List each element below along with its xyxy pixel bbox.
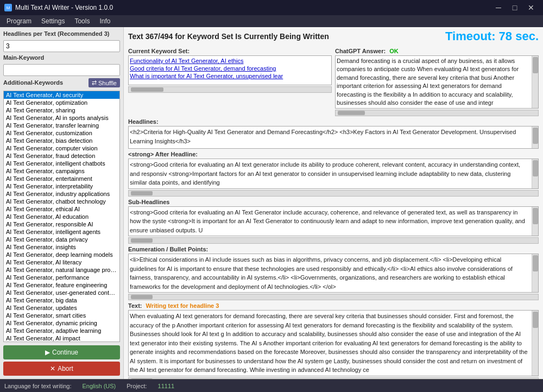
after-headline-section: <strong> After Headline: <strong>Good cr… [128, 151, 539, 197]
text-hscroll[interactable] [128, 377, 539, 379]
keyword-item[interactable]: AI Text Generator, user-generated conten… [4, 289, 119, 296]
keyword-item[interactable]: AI Text Generator, intelligent chatbots [4, 160, 119, 167]
top-row: Current Keyword Set: Functionality of AI… [128, 48, 539, 116]
keyword-item[interactable]: AI Text Generator, AI literacy [4, 258, 119, 266]
main-title: Text 367/494 for Keyword Set Is Currentl… [128, 32, 329, 41]
chatgpt-vscroll[interactable] [532, 56, 538, 108]
keyword-item[interactable]: AI Text Generator, performance [4, 274, 119, 281]
minimize-button[interactable]: ─ [491, 0, 506, 15]
menu-program[interactable]: Program [2, 16, 36, 26]
keyword-item[interactable]: AI Text Generator, transfer learning [4, 122, 119, 129]
chatgpt-answer-block: ChatGPT Answer: OK Demand forecasting is… [335, 48, 539, 116]
keyword-item[interactable]: AI Text Generator, insights [4, 243, 119, 251]
abort-label: Abort [58, 365, 73, 372]
keyword-item[interactable]: AI Text Generator, computer vision [4, 144, 119, 152]
timeout-display: Timeout: 78 sec. [445, 29, 539, 43]
headlines-input[interactable] [3, 40, 120, 52]
continue-button[interactable]: ▶ Continue [3, 345, 120, 359]
shuffle-icon: ⇄ [92, 79, 97, 86]
enumeration-hscroll[interactable] [128, 294, 539, 300]
project-label: Project: [127, 383, 147, 389]
title-bar-left: M Multi Text AI Writer - Version 1.0.0 [4, 4, 113, 11]
keywords-list[interactable]: AI Text Generator, AI securityAI Text Ge… [3, 91, 120, 342]
keyword-item[interactable]: AI Text Generator, updates [4, 304, 119, 312]
headlines-vscroll[interactable] [532, 127, 538, 148]
content-area: Current Keyword Set: Functionality of AI… [124, 46, 543, 379]
keyword-item[interactable]: AI Text Generator, sharing [4, 106, 119, 114]
subheadlines-hscroll-thumb [131, 238, 153, 243]
headlines-section-label: Headlines: [128, 118, 539, 125]
keyword-item[interactable]: AI Text Generator, AI education [4, 213, 119, 220]
subheadlines-vscroll[interactable] [532, 207, 538, 236]
menu-info[interactable]: Info [95, 16, 115, 26]
after-headline-vscroll[interactable] [532, 159, 538, 188]
enumeration-vscroll[interactable] [532, 254, 538, 292]
main-keyword-label: Main-Keyword [3, 54, 120, 61]
keyword-set-block: Current Keyword Set: Functionality of AI… [128, 48, 332, 116]
additional-keywords-header: Additional-Keywords ⇄ Shuffle [3, 78, 120, 87]
menu-settings[interactable]: Settings [37, 16, 69, 26]
chatgpt-hscroll-thumb [338, 111, 365, 115]
left-panel: Headlines per Text (Recommended 3) Main-… [0, 27, 124, 379]
keyword-item[interactable]: AI Text Generator, adaptive learning [4, 327, 119, 334]
subheadlines-hscroll[interactable] [128, 237, 539, 244]
project-value: 11111 [158, 383, 175, 389]
window-controls[interactable]: ─ □ ✕ [491, 0, 539, 15]
keyword-set-hscroll-thumb [131, 87, 163, 92]
shuffle-button[interactable]: ⇄ Shuffle [89, 78, 120, 87]
text-box: When evaluating AI text generators for d… [128, 310, 539, 376]
keyword-item[interactable]: AI Text Generator, optimization [4, 99, 119, 106]
subheadlines-section: Sub-Headlines <strong>Good criteria for … [128, 199, 539, 244]
keyword-set-item[interactable]: What is important for AI Text Generator,… [130, 72, 330, 80]
keyword-item[interactable]: AI Text Generator, feature engineering [4, 281, 119, 289]
after-headline-label: <strong> After Headline: [128, 151, 539, 157]
keyword-item[interactable]: AI Text Generator, bias detection [4, 137, 119, 144]
keyword-item[interactable]: AI Text Generator, ethical AI [4, 205, 119, 213]
main-keyword-input[interactable] [3, 64, 120, 76]
keyword-item[interactable]: AI Text Generator, AI impact [4, 334, 119, 342]
text-vscroll[interactable] [532, 311, 538, 376]
abort-button[interactable]: ✕ Abort [3, 362, 120, 376]
text-hscroll-thumb [131, 378, 153, 379]
subheadlines-box: <strong>Good criteria for evaluating an … [128, 206, 539, 237]
after-headline-text: <strong>Good criteria for evaluating an … [130, 160, 537, 187]
keyword-item[interactable]: AI Text Generator, customization [4, 129, 119, 137]
menu-tools[interactable]: Tools [70, 16, 94, 26]
subheadlines-text: <strong>Good criteria for evaluating an … [130, 208, 537, 235]
keyword-item[interactable]: AI Text Generator, fraud detection [4, 152, 119, 160]
keyword-item[interactable]: AI Text Generator, intelligent agents [4, 228, 119, 236]
keyword-set-item[interactable]: Good criteria for AI Text Generator, dem… [130, 65, 330, 72]
maximize-button[interactable]: □ [507, 0, 522, 15]
keyword-item[interactable]: AI Text Generator, interpretability [4, 182, 119, 190]
headlines-label: Headlines per Text (Recommended 3) [3, 30, 120, 37]
chatgpt-hscroll[interactable] [335, 110, 539, 116]
after-headline-hscroll[interactable] [128, 190, 539, 197]
keyword-item[interactable]: AI Text Generator, big data [4, 296, 119, 304]
keyword-set-hscroll[interactable] [128, 86, 332, 93]
keyword-item[interactable]: AI Text Generator, smart cities [4, 312, 119, 319]
language-label: Language for text writing: [4, 383, 72, 389]
shuffle-label: Shuffle [98, 80, 117, 86]
keyword-item[interactable]: AI Text Generator, natural language proc… [4, 266, 119, 274]
app-icon: M [4, 4, 12, 11]
action-buttons: ▶ Continue ✕ Abort [3, 345, 120, 376]
keyword-item[interactable]: AI Text Generator, dynamic pricing [4, 319, 119, 327]
enumeration-box: <li>Ethical considerations in AI include… [128, 254, 539, 293]
keyword-item[interactable]: AI Text Generator, data privacy [4, 236, 119, 243]
close-button[interactable]: ✕ [523, 0, 539, 15]
keyword-set-item[interactable]: Functionality of AI Text Generator, AI e… [130, 57, 330, 65]
enumeration-section: Enumeration / Bullet Points: <li>Ethical… [128, 246, 539, 300]
keyword-item[interactable]: AI Text Generator, deep learning models [4, 251, 119, 258]
keyword-item[interactable]: AI Text Generator, AI in sports analysis [4, 114, 119, 122]
keyword-item[interactable]: AI Text Generator, industry applications [4, 190, 119, 198]
keyword-item[interactable]: AI Text Generator, campaigns [4, 167, 119, 175]
keyword-item[interactable]: AI Text Generator, entertainment [4, 175, 119, 182]
enumeration-text: <li>Ethical considerations in AI include… [130, 255, 537, 291]
keyword-item[interactable]: AI Text Generator, chatbot technology [4, 198, 119, 205]
keyword-item[interactable]: AI Text Generator, AI security [4, 91, 119, 99]
chatgpt-answer-box: Demand forecasting is a crucial aspect o… [335, 55, 539, 109]
right-panel: Text 367/494 for Keyword Set Is Currentl… [124, 27, 543, 379]
keyword-item[interactable]: AI Text Generator, responsible AI [4, 220, 119, 228]
menu-bar: Program Settings Tools Info [0, 15, 543, 27]
keyword-set-title: Current Keyword Set: [128, 48, 332, 54]
